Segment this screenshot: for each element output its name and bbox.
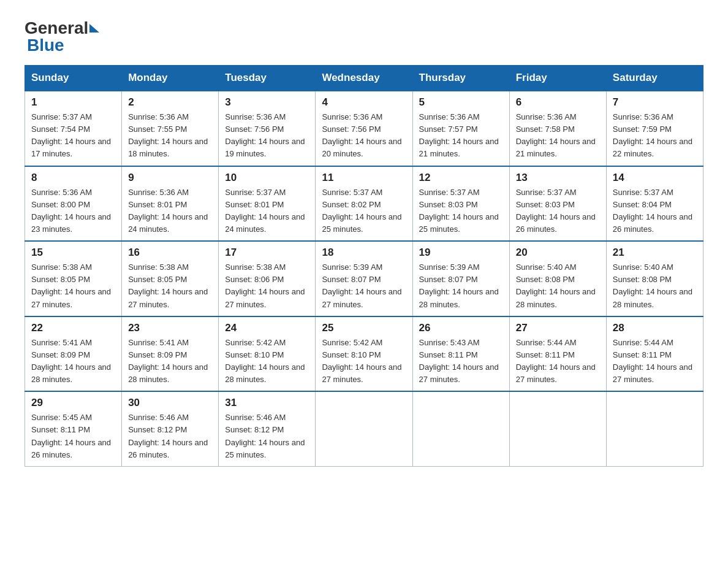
day-info: Sunrise: 5:36 AMSunset: 8:00 PMDaylight:…: [31, 186, 115, 236]
day-number: 10: [225, 172, 309, 184]
day-info: Sunrise: 5:41 AMSunset: 8:09 PMDaylight:…: [128, 337, 212, 386]
day-number: 18: [322, 247, 406, 259]
calendar-week-row: 8Sunrise: 5:36 AMSunset: 8:00 PMDaylight…: [25, 166, 703, 242]
day-number: 30: [128, 397, 212, 409]
calendar-day-cell: 26Sunrise: 5:43 AMSunset: 8:11 PMDayligh…: [412, 316, 509, 392]
page-header: General Blue: [25, 18, 703, 55]
weekday-header-tuesday: Tuesday: [219, 66, 316, 91]
day-number: 12: [419, 172, 503, 184]
day-number: 17: [225, 247, 309, 259]
day-number: 7: [613, 96, 697, 109]
day-number: 2: [128, 96, 212, 109]
weekday-header-row: SundayMondayTuesdayWednesdayThursdayFrid…: [25, 66, 703, 91]
day-number: 16: [128, 247, 212, 259]
weekday-header-sunday: Sunday: [25, 66, 122, 91]
calendar-week-row: 29Sunrise: 5:45 AMSunset: 8:11 PMDayligh…: [25, 391, 703, 466]
calendar-day-cell: 24Sunrise: 5:42 AMSunset: 8:10 PMDayligh…: [219, 316, 316, 392]
weekday-header-wednesday: Wednesday: [316, 66, 412, 91]
day-info: Sunrise: 5:42 AMSunset: 8:10 PMDaylight:…: [225, 337, 309, 386]
day-info: Sunrise: 5:38 AMSunset: 8:05 PMDaylight:…: [128, 261, 212, 311]
day-number: 13: [516, 172, 600, 184]
calendar-day-cell: 15Sunrise: 5:38 AMSunset: 8:05 PMDayligh…: [25, 241, 122, 316]
day-info: Sunrise: 5:37 AMSunset: 8:01 PMDaylight:…: [225, 186, 309, 236]
calendar-day-cell: 12Sunrise: 5:37 AMSunset: 8:03 PMDayligh…: [412, 166, 509, 242]
weekday-header-thursday: Thursday: [412, 66, 509, 91]
day-number: 28: [613, 322, 697, 334]
calendar-day-cell: 16Sunrise: 5:38 AMSunset: 8:05 PMDayligh…: [122, 241, 219, 316]
calendar-day-cell: 13Sunrise: 5:37 AMSunset: 8:03 PMDayligh…: [509, 166, 606, 242]
calendar-day-cell: [316, 391, 412, 466]
day-info: Sunrise: 5:36 AMSunset: 7:56 PMDaylight:…: [225, 111, 309, 161]
day-info: Sunrise: 5:39 AMSunset: 8:07 PMDaylight:…: [322, 261, 406, 311]
calendar-day-cell: 4Sunrise: 5:36 AMSunset: 7:56 PMDaylight…: [316, 91, 412, 166]
day-number: 14: [613, 172, 697, 184]
day-number: 31: [225, 397, 309, 409]
day-number: 9: [128, 172, 212, 184]
day-number: 24: [225, 322, 309, 334]
day-info: Sunrise: 5:42 AMSunset: 8:10 PMDaylight:…: [322, 337, 406, 386]
day-info: Sunrise: 5:41 AMSunset: 8:09 PMDaylight:…: [31, 337, 115, 386]
day-number: 23: [128, 322, 212, 334]
day-info: Sunrise: 5:37 AMSunset: 8:03 PMDaylight:…: [516, 186, 600, 236]
day-info: Sunrise: 5:37 AMSunset: 8:02 PMDaylight:…: [322, 186, 406, 236]
day-number: 19: [419, 247, 503, 259]
day-info: Sunrise: 5:37 AMSunset: 8:04 PMDaylight:…: [613, 186, 697, 236]
logo: General Blue: [25, 18, 100, 55]
day-info: Sunrise: 5:36 AMSunset: 7:58 PMDaylight:…: [516, 111, 600, 161]
day-number: 1: [31, 96, 115, 109]
weekday-header-monday: Monday: [122, 66, 219, 91]
day-info: Sunrise: 5:38 AMSunset: 8:06 PMDaylight:…: [225, 261, 309, 311]
calendar-week-row: 22Sunrise: 5:41 AMSunset: 8:09 PMDayligh…: [25, 316, 703, 392]
calendar-day-cell: 25Sunrise: 5:42 AMSunset: 8:10 PMDayligh…: [316, 316, 412, 392]
day-number: 3: [225, 96, 309, 109]
calendar-day-cell: 17Sunrise: 5:38 AMSunset: 8:06 PMDayligh…: [219, 241, 316, 316]
weekday-header-friday: Friday: [509, 66, 606, 91]
calendar-day-cell: [509, 391, 606, 466]
calendar-day-cell: [412, 391, 509, 466]
day-info: Sunrise: 5:36 AMSunset: 7:56 PMDaylight:…: [322, 111, 406, 161]
day-info: Sunrise: 5:44 AMSunset: 8:11 PMDaylight:…: [516, 337, 600, 386]
weekday-header-saturday: Saturday: [606, 66, 703, 91]
day-number: 22: [31, 322, 115, 334]
day-number: 5: [419, 96, 503, 109]
logo-triangle-icon: [89, 24, 99, 33]
calendar-day-cell: 9Sunrise: 5:36 AMSunset: 8:01 PMDaylight…: [122, 166, 219, 242]
day-info: Sunrise: 5:43 AMSunset: 8:11 PMDaylight:…: [419, 337, 503, 386]
day-info: Sunrise: 5:46 AMSunset: 8:12 PMDaylight:…: [225, 412, 309, 461]
day-number: 4: [322, 96, 406, 109]
calendar-day-cell: 31Sunrise: 5:46 AMSunset: 8:12 PMDayligh…: [219, 391, 316, 466]
calendar-day-cell: 3Sunrise: 5:36 AMSunset: 7:56 PMDaylight…: [219, 91, 316, 166]
day-number: 15: [31, 247, 115, 259]
calendar-day-cell: [606, 391, 703, 466]
day-info: Sunrise: 5:44 AMSunset: 8:11 PMDaylight:…: [613, 337, 697, 386]
calendar-day-cell: 8Sunrise: 5:36 AMSunset: 8:00 PMDaylight…: [25, 166, 122, 242]
day-number: 6: [516, 96, 600, 109]
day-info: Sunrise: 5:36 AMSunset: 8:01 PMDaylight:…: [128, 186, 212, 236]
calendar-day-cell: 5Sunrise: 5:36 AMSunset: 7:57 PMDaylight…: [412, 91, 509, 166]
day-info: Sunrise: 5:36 AMSunset: 7:59 PMDaylight:…: [613, 111, 697, 161]
calendar-day-cell: 7Sunrise: 5:36 AMSunset: 7:59 PMDaylight…: [606, 91, 703, 166]
calendar-table: SundayMondayTuesdayWednesdayThursdayFrid…: [25, 65, 703, 467]
day-info: Sunrise: 5:40 AMSunset: 8:08 PMDaylight:…: [516, 261, 600, 311]
logo-blue-text: Blue: [25, 36, 64, 55]
day-number: 27: [516, 322, 600, 334]
day-info: Sunrise: 5:45 AMSunset: 8:11 PMDaylight:…: [31, 412, 115, 461]
calendar-day-cell: 14Sunrise: 5:37 AMSunset: 8:04 PMDayligh…: [606, 166, 703, 242]
day-info: Sunrise: 5:36 AMSunset: 7:57 PMDaylight:…: [419, 111, 503, 161]
day-number: 26: [419, 322, 503, 334]
day-number: 29: [31, 397, 115, 409]
day-info: Sunrise: 5:37 AMSunset: 8:03 PMDaylight:…: [419, 186, 503, 236]
calendar-day-cell: 1Sunrise: 5:37 AMSunset: 7:54 PMDaylight…: [25, 91, 122, 166]
day-info: Sunrise: 5:36 AMSunset: 7:55 PMDaylight:…: [128, 111, 212, 161]
day-info: Sunrise: 5:46 AMSunset: 8:12 PMDaylight:…: [128, 412, 212, 461]
calendar-day-cell: 18Sunrise: 5:39 AMSunset: 8:07 PMDayligh…: [316, 241, 412, 316]
calendar-day-cell: 23Sunrise: 5:41 AMSunset: 8:09 PMDayligh…: [122, 316, 219, 392]
day-info: Sunrise: 5:40 AMSunset: 8:08 PMDaylight:…: [613, 261, 697, 311]
day-number: 11: [322, 172, 406, 184]
day-info: Sunrise: 5:39 AMSunset: 8:07 PMDaylight:…: [419, 261, 503, 311]
calendar-day-cell: 27Sunrise: 5:44 AMSunset: 8:11 PMDayligh…: [509, 316, 606, 392]
calendar-day-cell: 21Sunrise: 5:40 AMSunset: 8:08 PMDayligh…: [606, 241, 703, 316]
calendar-day-cell: 22Sunrise: 5:41 AMSunset: 8:09 PMDayligh…: [25, 316, 122, 392]
day-info: Sunrise: 5:38 AMSunset: 8:05 PMDaylight:…: [31, 261, 115, 311]
calendar-day-cell: 30Sunrise: 5:46 AMSunset: 8:12 PMDayligh…: [122, 391, 219, 466]
